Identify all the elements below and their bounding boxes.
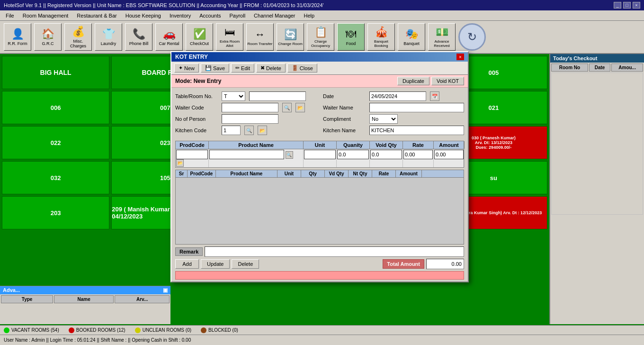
car-rental-btn[interactable]: 🚗 Car Rental	[155, 23, 183, 51]
remark-input[interactable]	[205, 246, 464, 257]
edit-label: Edit	[241, 65, 250, 71]
info-bar: User Name : Admin || Login Time : 05:01:…	[0, 335, 644, 345]
rr-form-btn[interactable]: 👤 R.R. Form	[4, 23, 31, 51]
menu-payroll[interactable]: Payroll	[225, 12, 249, 19]
waiter-code-browse-btn[interactable]: 📂	[295, 103, 305, 112]
room-header-big-hall[interactable]: BIG HALL	[2, 56, 109, 89]
waiter-code-search-btn[interactable]: 🔍	[282, 103, 292, 112]
kitchen-code-input[interactable]	[222, 126, 241, 135]
void-qty-input[interactable]	[370, 150, 402, 159]
extra-room-btn[interactable]: 🛏 Extra Room Allot	[216, 23, 243, 51]
room-022[interactable]: 022	[2, 126, 109, 159]
kitchen-name-label: Kitchen Name	[323, 127, 366, 133]
kitchen-code-search-btn[interactable]: 🔍	[244, 126, 254, 135]
maximize-btn[interactable]: □	[623, 2, 631, 9]
room-202-label: 203	[51, 209, 61, 217]
room-022-label: 022	[51, 139, 61, 146]
phone-label: Phone Bill	[129, 41, 149, 46]
close-dialog-btn[interactable]: 🚪 Close	[287, 64, 317, 73]
misc-charges-btn[interactable]: 💰 Misc. Charges	[64, 23, 92, 51]
kitchen-code-row: Kitchen Code 🔍 📂	[175, 126, 313, 135]
food-btn[interactable]: 🍽 Food	[337, 23, 365, 51]
change-room-btn[interactable]: 🔄 Change Room	[277, 23, 304, 51]
menu-bar: File Room Management Restaurant & Bar Ho…	[0, 10, 644, 21]
booked-dot	[69, 327, 74, 333]
add-btn[interactable]: Add	[175, 259, 199, 269]
new-icon: ✦	[179, 65, 183, 71]
room-transfer-btn[interactable]: ↔ Room Transfer	[246, 23, 274, 51]
checkout-btn[interactable]: ✅ CheckOut	[186, 23, 213, 51]
banquet-booking-btn[interactable]: 🎪 Banquet Booking	[367, 23, 395, 51]
table-row	[551, 73, 643, 215]
new-btn[interactable]: ✦ New	[174, 64, 199, 73]
date-row: Date 📅	[323, 91, 464, 101]
date-input[interactable]	[369, 91, 426, 101]
menu-restaurant-bar[interactable]: Restaurant & Bar	[73, 12, 120, 19]
prodcode-input[interactable]	[176, 150, 208, 159]
quantity-input[interactable]	[337, 150, 369, 159]
col-quantity: Quanity	[337, 141, 370, 149]
menu-accounts[interactable]: Accounts	[196, 12, 224, 19]
room-202[interactable]: 203	[2, 196, 109, 229]
amount-input[interactable]	[434, 150, 464, 159]
edit-btn[interactable]: ✏ Edit	[231, 64, 254, 73]
detail-table-body	[176, 178, 464, 244]
table-room-label: Table/Room No.	[175, 93, 218, 99]
update-btn[interactable]: Update	[201, 259, 230, 269]
kitchen-name-input[interactable]	[369, 126, 464, 135]
void-kot-btn[interactable]: Void KOT	[431, 77, 464, 85]
advance-received-btn[interactable]: 💵 Advance Received	[428, 23, 456, 51]
advance-header: Adva... ▣	[0, 286, 170, 294]
col-void-qty: Void Qty	[370, 141, 403, 149]
close-btn[interactable]: ×	[633, 2, 640, 9]
kitchen-code-browse-btn[interactable]: 📂	[258, 126, 267, 135]
table-room-input[interactable]	[249, 91, 306, 101]
grc-btn[interactable]: 🏠 G.R.C	[34, 23, 62, 51]
prodcode-browse-btn[interactable]: 📂	[176, 159, 184, 167]
room-032-label: 105	[160, 174, 170, 182]
table-room-row: Table/Room No. T	[175, 91, 313, 101]
room-006[interactable]: 006	[2, 91, 109, 124]
action-delete-btn[interactable]: Delete	[232, 259, 259, 269]
waiter-code-input[interactable]	[222, 103, 278, 112]
detail-col-nt-qty: Nt Qty	[349, 170, 372, 177]
save-btn[interactable]: 💾 Save	[201, 64, 229, 73]
status-bar: VACANT ROOMS (54) BOOKED ROOMS (12) UNCL…	[0, 325, 644, 335]
product-name-input-cell: 🔍	[209, 149, 304, 167]
menu-room-management[interactable]: Room Management	[19, 12, 72, 19]
rate-input[interactable]	[403, 150, 433, 159]
minimize-btn[interactable]: _	[614, 2, 621, 9]
close-dialog-label: Close	[300, 65, 313, 71]
charge-occupancy-btn[interactable]: 📋 Charge Occupancy	[307, 23, 334, 51]
phone-bill-btn[interactable]: 📞 Phone Bill	[125, 23, 152, 51]
menu-help[interactable]: Help	[300, 12, 319, 19]
dialog-close-btn[interactable]: ×	[456, 54, 464, 60]
table-room-prefix-select[interactable]: T	[222, 91, 245, 101]
date-calendar-btn[interactable]: 📅	[430, 91, 439, 101]
unclean-label: UNCLEAN ROOMS (0)	[143, 327, 191, 333]
refresh-btn[interactable]: ↻	[458, 23, 486, 51]
banquet-btn[interactable]: 🎭 Banquet	[398, 23, 425, 51]
checkout-icon: ✅	[193, 28, 206, 40]
compliment-select[interactable]: No Yes	[369, 114, 398, 124]
waiter-name-input[interactable]	[369, 103, 464, 112]
checkout-title: Today's Checkout	[553, 55, 597, 61]
product-search-btn[interactable]: 🔍	[286, 151, 293, 159]
app-title: HotelSof Ver 9.1 || Registered Version |…	[4, 2, 324, 8]
product-name-input[interactable]	[209, 150, 284, 159]
no-of-person-input[interactable]	[222, 114, 278, 124]
delete-btn[interactable]: ✖ Delete	[256, 64, 286, 73]
total-amount-value: 0.00	[426, 259, 464, 269]
menu-channel-manager[interactable]: Channel Manager	[250, 12, 299, 19]
banquet-booking-label: Banquet Booking	[368, 39, 394, 48]
laundry-btn[interactable]: 👕 Laundry	[95, 23, 122, 51]
product-grid: ProdCode Product Name Unit Quanity Void …	[175, 141, 464, 168]
duplicate-btn[interactable]: Duplicate	[397, 77, 429, 85]
menu-inventory[interactable]: Inventory	[166, 12, 195, 19]
misc-icon: 💰	[72, 26, 85, 38]
menu-house-keeping[interactable]: House Keeping	[122, 12, 165, 19]
unit-input[interactable]	[304, 150, 336, 159]
menu-file[interactable]: File	[2, 12, 18, 19]
detail-col-sr: Sr	[176, 170, 188, 177]
room-031[interactable]: 032	[2, 161, 109, 194]
